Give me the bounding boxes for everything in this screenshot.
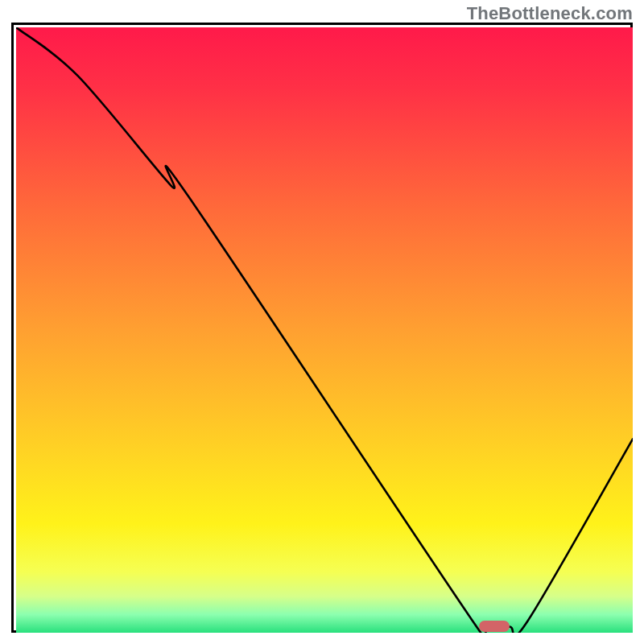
- chart-curve: [16, 27, 633, 633]
- watermark-text: TheBottleneck.com: [467, 3, 633, 24]
- valley-marker: [479, 621, 510, 632]
- chart-frame: [11, 23, 633, 633]
- bottleneck-curve-path: [16, 27, 633, 633]
